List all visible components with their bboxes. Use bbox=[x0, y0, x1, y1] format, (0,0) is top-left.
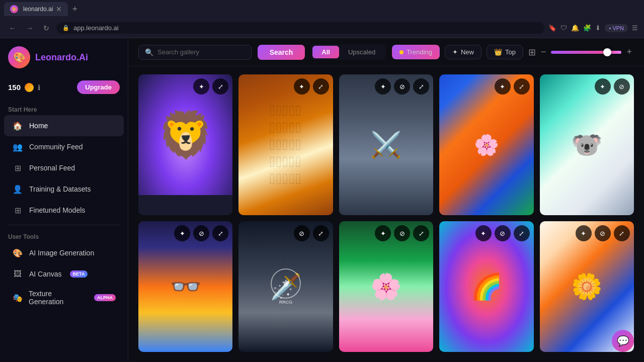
tab-title: leonardo.ai bbox=[23, 6, 53, 13]
remix-btn-1[interactable]: ✦ bbox=[193, 78, 209, 95]
item-overlay-3: ✦ ⊘ ⤢ bbox=[339, 74, 433, 99]
grid-icon[interactable]: ⊞ bbox=[528, 47, 536, 58]
sidebar-brand: 🎨 Leonardo.Ai bbox=[0, 46, 128, 76]
slash-btn-10[interactable]: ⊘ bbox=[595, 225, 611, 241]
chat-bubble-btn[interactable]: 💬 bbox=[612, 330, 634, 352]
maximize-btn-8[interactable]: ⤢ bbox=[413, 225, 429, 241]
lock-icon: 🔒 bbox=[62, 25, 69, 31]
gallery-item-1[interactable]: 🦁 ✦ ⤢ bbox=[138, 74, 232, 215]
search-box[interactable]: 🔍 Search gallery bbox=[138, 45, 252, 60]
remix-btn-2[interactable]: ✦ bbox=[294, 78, 310, 95]
tab-close-btn[interactable]: ✕ bbox=[56, 5, 62, 13]
maximize-btn-3[interactable]: ⤢ bbox=[413, 78, 429, 95]
maximize-btn-9[interactable]: ⤢ bbox=[514, 225, 530, 241]
sort-new-btn[interactable]: ✦ New bbox=[445, 45, 481, 59]
gallery-item-2[interactable]: 𓀀𓁗𓂀𓃒𓄿𓅓𓆈𓇋𓈖𓉐𓊪𓋴𓌳𓍿𓎛𓀀𓁗𓂀𓃒𓄿𓅓𓆈𓇋𓈖𓉐 ✦ ⤢ bbox=[238, 74, 333, 215]
slash-btn-7[interactable]: ⊘ bbox=[294, 225, 310, 241]
sidebar-item-texture[interactable]: 🎭 Texture Generation ALPHA bbox=[4, 285, 124, 311]
toolbar-right: Trending ✦ New 👑 Top ⊞ − + bbox=[392, 45, 634, 59]
remix-btn-5[interactable]: ✦ bbox=[595, 78, 611, 95]
alert-icon[interactable]: 🔔 bbox=[571, 24, 579, 32]
sidebar-item-home[interactable]: 🏠 Home bbox=[4, 115, 124, 136]
sort-trending-label: Trending bbox=[407, 48, 432, 56]
maximize-btn-10[interactable]: ⤢ bbox=[614, 225, 630, 241]
slash-btn-6[interactable]: ⊘ bbox=[193, 225, 209, 241]
sidebar-divider bbox=[8, 225, 120, 225]
gallery-item-7[interactable]: 🗡️ ⚜ RRCG ⊘ ⤢ bbox=[238, 221, 333, 352]
address-bar[interactable]: 🔒 app.leonardo.ai bbox=[56, 22, 544, 34]
slash-btn-8[interactable]: ⊘ bbox=[394, 225, 410, 241]
extensions-icon[interactable]: 🧩 bbox=[583, 24, 591, 32]
maximize-btn-4[interactable]: ⤢ bbox=[514, 78, 530, 95]
forward-btn[interactable]: → bbox=[23, 22, 36, 34]
gallery-item-3[interactable]: ⚔️ ✦ ⊘ ⤢ bbox=[339, 74, 433, 215]
zoom-out-btn[interactable]: − bbox=[539, 46, 548, 58]
item-overlay-9: ✦ ⊘ ⤢ bbox=[439, 221, 533, 245]
sidebar-item-texture-label: Texture Generation bbox=[29, 290, 86, 306]
remix-btn-9[interactable]: ✦ bbox=[475, 225, 492, 241]
bookmark-icon[interactable]: 🔖 bbox=[548, 24, 556, 32]
remix-btn-3[interactable]: ✦ bbox=[375, 78, 391, 95]
slash-btn-5[interactable]: ⊘ bbox=[614, 78, 630, 95]
sidebar-item-personal-label: Personal Feed bbox=[29, 164, 75, 172]
gallery-item-9[interactable]: 🌈 ✦ ⊘ ⤢ bbox=[439, 221, 533, 352]
sidebar-item-community-feed[interactable]: 👥 Community Feed bbox=[4, 136, 124, 157]
nav-bar: ← → ↻ 🔒 app.leonardo.ai 🔖 🛡 🔔 🧩 ⬇ • VPN … bbox=[0, 18, 644, 38]
beta-badge: BETA bbox=[70, 270, 88, 278]
browser-chrome: 🎨 leonardo.ai ✕ + ← → ↻ 🔒 app.leonardo.a… bbox=[0, 0, 644, 38]
top-icon: 👑 bbox=[494, 48, 502, 56]
remix-btn-10[interactable]: ✦ bbox=[576, 225, 592, 241]
maximize-btn-1[interactable]: ⤢ bbox=[212, 78, 228, 95]
gallery-item-4[interactable]: 🌸 ✦ ⤢ bbox=[439, 74, 533, 215]
info-icon[interactable]: ℹ bbox=[38, 83, 40, 92]
gallery-container[interactable]: 🦁 ✦ ⤢ 𓀀𓁗𓂀𓃒𓄿𓅓𓆈𓇋𓈖𓉐𓊪𓋴𓌳𓍿𓎛𓀀𓁗𓂀𓃒𓄿𓅓𓆈𓇋𓈖𓉐 ✦ ⤢ bbox=[128, 66, 644, 362]
gallery-grid: 🦁 ✦ ⤢ 𓀀𓁗𓂀𓃒𓄿𓅓𓆈𓇋𓈖𓉐𓊪𓋴𓌳𓍿𓎛𓀀𓁗𓂀𓃒𓄿𓅓𓆈𓇋𓈖𓉐 ✦ ⤢ bbox=[138, 74, 634, 352]
upgrade-btn[interactable]: Upgrade bbox=[77, 80, 120, 94]
sort-trending-btn[interactable]: Trending bbox=[392, 45, 440, 59]
download-icon[interactable]: ⬇ bbox=[595, 24, 601, 32]
filter-upscaled[interactable]: Upscaled bbox=[339, 46, 384, 58]
new-icon: ✦ bbox=[452, 48, 458, 56]
vpn-badge: • VPN bbox=[605, 24, 628, 32]
sidebar-item-ai-canvas[interactable]: 🖼 AI Canvas BETA bbox=[4, 263, 124, 285]
size-slider[interactable] bbox=[551, 51, 621, 54]
sidebar-item-ai-image-label: AI Image Generation bbox=[29, 249, 94, 257]
remix-btn-4[interactable]: ✦ bbox=[495, 78, 511, 95]
url-text: app.leonardo.ai bbox=[73, 24, 119, 32]
remix-btn-6[interactable]: ✦ bbox=[174, 225, 190, 241]
sort-top-btn[interactable]: 👑 Top bbox=[487, 45, 523, 59]
brand-avatar: 🎨 bbox=[8, 46, 30, 68]
maximize-btn-7[interactable]: ⤢ bbox=[313, 225, 329, 241]
sidebar-item-finetuned[interactable]: ⊞ Finetuned Models bbox=[4, 200, 124, 221]
menu-icon[interactable]: ☰ bbox=[632, 24, 638, 32]
alpha-badge: ALPHA bbox=[94, 294, 116, 301]
active-tab[interactable]: 🎨 leonardo.ai ✕ bbox=[4, 2, 68, 16]
sidebar-item-personal-feed[interactable]: ⊞ Personal Feed bbox=[4, 157, 124, 178]
remix-btn-8[interactable]: ✦ bbox=[375, 225, 391, 241]
new-tab-btn[interactable]: + bbox=[72, 4, 77, 15]
maximize-btn-6[interactable]: ⤢ bbox=[212, 225, 228, 241]
search-btn[interactable]: Search bbox=[258, 45, 305, 60]
sidebar-item-home-label: Home bbox=[29, 122, 48, 130]
filter-tabs: All Upscaled bbox=[311, 44, 386, 60]
refresh-btn[interactable]: ↻ bbox=[40, 22, 52, 34]
gallery-item-8[interactable]: 🌸 ✦ ⊘ ⤢ bbox=[339, 221, 433, 352]
sidebar-item-training[interactable]: 👤 Training & Datasets bbox=[4, 178, 124, 200]
training-icon: 👤 bbox=[12, 184, 23, 195]
back-btn[interactable]: ← bbox=[6, 22, 19, 34]
maximize-btn-2[interactable]: ⤢ bbox=[313, 78, 329, 95]
token-icon bbox=[25, 83, 34, 92]
zoom-in-btn[interactable]: + bbox=[624, 46, 634, 58]
sort-new-label: New bbox=[461, 48, 474, 56]
shield-icon[interactable]: 🛡 bbox=[560, 24, 567, 32]
gallery-item-6[interactable]: 👓 ✦ ⊘ ⤢ bbox=[138, 221, 232, 352]
filter-all[interactable]: All bbox=[312, 46, 339, 58]
chat-icon: 💬 bbox=[617, 335, 629, 347]
finetuned-icon: ⊞ bbox=[12, 205, 23, 216]
personal-icon: ⊞ bbox=[12, 162, 23, 173]
search-icon: 🔍 bbox=[145, 48, 153, 56]
slash-btn-3[interactable]: ⊘ bbox=[394, 78, 410, 95]
gallery-item-5[interactable]: 🐨 ✦ ⊘ bbox=[540, 74, 634, 215]
sidebar-item-ai-image[interactable]: 🎨 AI Image Generation bbox=[4, 242, 124, 263]
slash-btn-9[interactable]: ⊘ bbox=[495, 225, 511, 241]
